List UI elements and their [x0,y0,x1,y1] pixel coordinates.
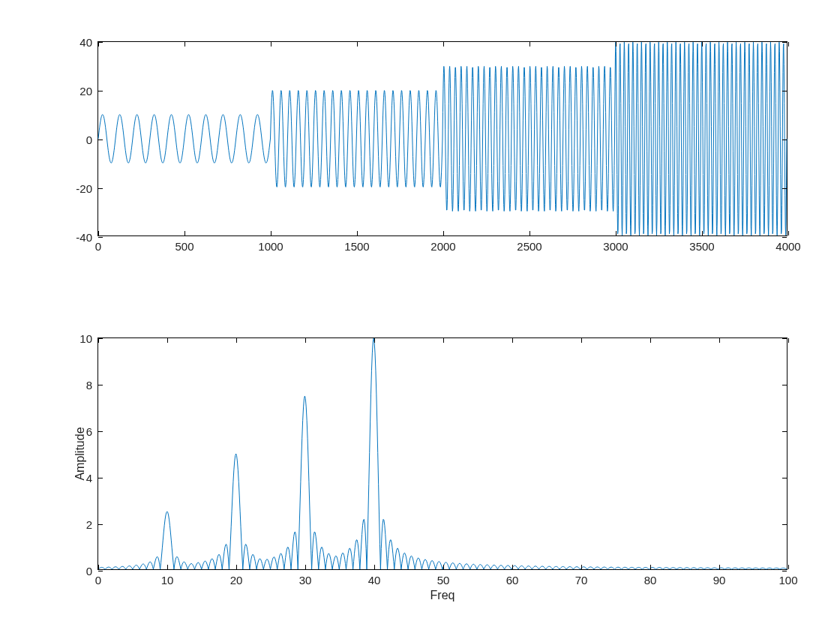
x-tick [443,565,444,569]
x-tick [443,42,444,46]
x-tick [184,231,185,236]
y-tick [782,188,787,189]
x-tick-label: 60 [506,574,519,586]
y-tick-label: 20 [80,85,92,98]
y-tick [98,338,103,339]
figure: 05001000150020002500300035004000-40-2002… [0,0,840,630]
x-tick [184,42,185,46]
x-tick [374,338,375,343]
x-tick-label: 0 [95,574,101,586]
y-tick [782,140,787,140]
x-tick [357,231,358,236]
x-tick-label: 3000 [603,240,628,253]
y-tick [782,478,787,478]
y-tick-label: 0 [86,134,92,146]
x-tick-label: 2000 [430,240,455,253]
x-tick [512,565,513,569]
spectrum-plot [98,338,787,569]
y-tick [782,524,787,525]
y-tick-label: -20 [76,182,92,195]
y-tick [98,91,103,92]
x-tick [788,565,789,569]
x-tick-label: 100 [778,574,797,586]
x-tick-label: 40 [368,574,381,586]
y-tick [98,237,103,238]
x-tick [650,565,651,569]
x-tick [305,338,306,343]
x-tick [167,338,168,343]
x-tick [305,565,306,569]
x-tick-label: 10 [161,574,174,586]
x-tick [271,231,272,236]
x-tick [530,231,530,236]
x-tick [443,231,444,236]
y-tick [782,91,787,92]
y-tick [98,524,103,525]
x-tick-label: 90 [713,574,726,586]
y-tick [782,385,787,386]
y-tick [98,571,103,572]
axes-spectrum: Freq Amplitude 0102030405060708090100024… [98,338,788,570]
x-tick [616,42,616,46]
x-tick-label: 3500 [689,240,714,253]
y-tick [782,338,787,339]
y-tick-label: 4 [86,472,92,484]
x-tick [98,565,99,569]
axes2-xlabel: Freq [430,589,455,602]
y-tick-label: -40 [76,231,92,244]
y-tick [782,571,787,572]
y-tick-label: 40 [80,36,92,49]
y-tick [782,42,787,43]
x-tick-label: 1500 [344,240,369,253]
x-tick [271,42,272,46]
axes-time-domain: 05001000150020002500300035004000-40-2002… [98,41,788,236]
x-tick-label: 80 [644,574,657,586]
y-tick [782,237,787,238]
x-tick [98,231,99,236]
x-tick [374,565,375,569]
x-tick [236,338,237,343]
x-tick [788,231,789,236]
x-tick-label: 70 [575,574,588,586]
x-tick [443,338,444,343]
y-tick-label: 0 [86,565,92,578]
y-tick-label: 6 [86,425,92,438]
y-tick [98,188,103,189]
x-tick-label: 30 [299,574,312,586]
x-tick [719,565,720,569]
y-tick [98,385,103,386]
x-tick-label: 0 [95,240,101,253]
axes2-ylabel: Amplitude [74,427,87,480]
x-tick [702,231,703,236]
x-tick [788,42,789,46]
x-tick [581,565,582,569]
x-tick [512,338,513,343]
time-signal-plot [98,42,787,236]
x-tick [581,338,582,343]
x-tick-label: 1000 [258,240,283,253]
x-tick [616,231,616,236]
x-tick [650,338,651,343]
x-tick [357,42,358,46]
x-tick [530,42,530,46]
y-tick [782,431,787,432]
y-tick-label: 8 [86,379,92,392]
x-tick [236,565,237,569]
x-tick-label: 20 [230,574,243,586]
y-tick [98,42,103,43]
x-tick-label: 50 [437,574,450,586]
x-tick-label: 500 [175,240,194,253]
y-tick-label: 10 [80,332,92,345]
x-tick [167,565,168,569]
y-tick [98,478,103,478]
x-tick [702,42,703,46]
y-tick-label: 2 [86,518,92,531]
x-tick [788,338,789,343]
y-tick [98,140,103,140]
x-tick [719,338,720,343]
x-tick-label: 2500 [517,240,542,253]
y-tick [98,431,103,432]
x-tick-label: 4000 [776,240,800,253]
